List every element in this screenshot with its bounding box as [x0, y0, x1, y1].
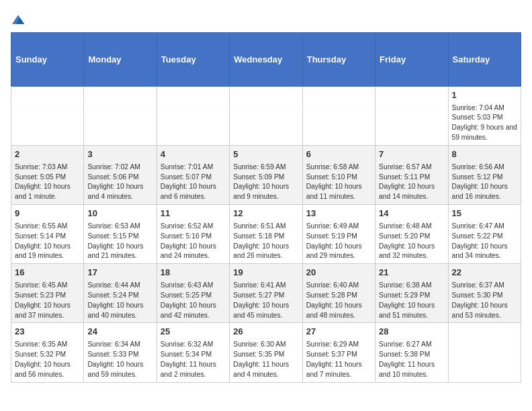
calendar-day-cell: 24Sunrise: 6:34 AM Sunset: 5:33 PM Dayli…: [84, 323, 157, 382]
calendar-week-row: 2Sunrise: 7:03 AM Sunset: 5:05 PM Daylig…: [11, 146, 521, 205]
calendar-day-cell: 3Sunrise: 7:02 AM Sunset: 5:06 PM Daylig…: [84, 146, 157, 205]
calendar-day-cell: 27Sunrise: 6:29 AM Sunset: 5:37 PM Dayli…: [302, 323, 375, 382]
day-number: 5: [233, 148, 298, 161]
day-number: 7: [379, 148, 444, 161]
weekday-header: Friday: [375, 33, 448, 87]
day-info: Sunrise: 6:35 AM Sunset: 5:32 PM Dayligh…: [15, 340, 71, 378]
day-info: Sunrise: 6:59 AM Sunset: 5:09 PM Dayligh…: [233, 163, 289, 201]
day-number: 16: [15, 267, 80, 279]
calendar-day-cell: 25Sunrise: 6:32 AM Sunset: 5:34 PM Dayli…: [157, 323, 229, 382]
day-number: 1: [452, 89, 517, 101]
day-info: Sunrise: 6:34 AM Sunset: 5:33 PM Dayligh…: [87, 340, 143, 378]
day-number: 3: [87, 148, 152, 161]
calendar-day-cell: 23Sunrise: 6:35 AM Sunset: 5:32 PM Dayli…: [11, 323, 84, 382]
calendar-day-cell: 18Sunrise: 6:43 AM Sunset: 5:25 PM Dayli…: [157, 264, 229, 323]
calendar-day-cell: 15Sunrise: 6:47 AM Sunset: 5:22 PM Dayli…: [448, 205, 521, 264]
day-number: 14: [379, 208, 444, 220]
day-info: Sunrise: 7:03 AM Sunset: 5:05 PM Dayligh…: [15, 163, 71, 201]
calendar-day-cell: 28Sunrise: 6:27 AM Sunset: 5:38 PM Dayli…: [375, 323, 448, 382]
calendar-day-cell: [230, 87, 302, 146]
day-number: 10: [87, 208, 152, 220]
calendar-day-cell: [375, 87, 448, 146]
day-number: 22: [452, 267, 517, 279]
day-number: 6: [306, 148, 371, 161]
day-info: Sunrise: 6:48 AM Sunset: 5:20 PM Dayligh…: [379, 222, 435, 260]
day-number: 26: [233, 326, 298, 338]
calendar-day-cell: 5Sunrise: 6:59 AM Sunset: 5:09 PM Daylig…: [230, 146, 302, 205]
day-number: 28: [379, 326, 444, 338]
calendar-day-cell: [84, 87, 157, 146]
calendar-week-row: 1Sunrise: 7:04 AM Sunset: 5:03 PM Daylig…: [11, 87, 521, 146]
day-number: 12: [233, 208, 298, 220]
day-info: Sunrise: 6:47 AM Sunset: 5:22 PM Dayligh…: [452, 222, 508, 260]
day-info: Sunrise: 6:55 AM Sunset: 5:14 PM Dayligh…: [15, 222, 71, 260]
day-number: 20: [306, 267, 371, 279]
day-info: Sunrise: 6:51 AM Sunset: 5:18 PM Dayligh…: [233, 222, 289, 260]
calendar-day-cell: 21Sunrise: 6:38 AM Sunset: 5:29 PM Dayli…: [375, 264, 448, 323]
logo: [11, 11, 24, 24]
calendar-day-cell: 11Sunrise: 6:52 AM Sunset: 5:16 PM Dayli…: [157, 205, 229, 264]
calendar-header-row: SundayMondayTuesdayWednesdayThursdayFrid…: [11, 33, 521, 87]
day-info: Sunrise: 6:49 AM Sunset: 5:19 PM Dayligh…: [306, 222, 362, 260]
calendar-day-cell: 8Sunrise: 6:56 AM Sunset: 5:12 PM Daylig…: [448, 146, 521, 205]
calendar-day-cell: 13Sunrise: 6:49 AM Sunset: 5:19 PM Dayli…: [302, 205, 375, 264]
calendar-day-cell: 4Sunrise: 7:01 AM Sunset: 5:07 PM Daylig…: [157, 146, 229, 205]
day-info: Sunrise: 6:43 AM Sunset: 5:25 PM Dayligh…: [161, 281, 216, 319]
day-number: 17: [87, 267, 152, 279]
day-info: Sunrise: 6:27 AM Sunset: 5:38 PM Dayligh…: [379, 340, 435, 378]
calendar-day-cell: [302, 87, 375, 146]
day-number: 23: [15, 326, 80, 338]
calendar-day-cell: [11, 87, 84, 146]
calendar-day-cell: 20Sunrise: 6:40 AM Sunset: 5:28 PM Dayli…: [302, 264, 375, 323]
day-info: Sunrise: 6:32 AM Sunset: 5:34 PM Dayligh…: [161, 340, 216, 378]
calendar-week-row: 16Sunrise: 6:45 AM Sunset: 5:23 PM Dayli…: [11, 264, 521, 323]
weekday-header: Tuesday: [157, 33, 229, 87]
calendar-day-cell: [448, 323, 521, 382]
weekday-header: Wednesday: [230, 33, 302, 87]
day-number: 8: [452, 148, 517, 161]
day-number: 19: [233, 267, 298, 279]
day-number: 13: [306, 208, 371, 220]
calendar-day-cell: 9Sunrise: 6:55 AM Sunset: 5:14 PM Daylig…: [11, 205, 84, 264]
calendar-day-cell: 19Sunrise: 6:41 AM Sunset: 5:27 PM Dayli…: [230, 264, 302, 323]
day-info: Sunrise: 6:45 AM Sunset: 5:23 PM Dayligh…: [15, 281, 71, 319]
day-number: 11: [161, 208, 226, 220]
calendar-week-row: 23Sunrise: 6:35 AM Sunset: 5:32 PM Dayli…: [11, 323, 521, 382]
day-info: Sunrise: 6:40 AM Sunset: 5:28 PM Dayligh…: [306, 281, 362, 319]
day-number: 25: [161, 326, 226, 338]
day-info: Sunrise: 7:02 AM Sunset: 5:06 PM Dayligh…: [87, 163, 143, 201]
calendar-day-cell: 7Sunrise: 6:57 AM Sunset: 5:11 PM Daylig…: [375, 146, 448, 205]
day-info: Sunrise: 6:52 AM Sunset: 5:16 PM Dayligh…: [161, 222, 216, 260]
day-number: 21: [379, 267, 444, 279]
calendar-day-cell: 1Sunrise: 7:04 AM Sunset: 5:03 PM Daylig…: [448, 87, 521, 146]
calendar-day-cell: 2Sunrise: 7:03 AM Sunset: 5:05 PM Daylig…: [11, 146, 84, 205]
day-info: Sunrise: 7:04 AM Sunset: 5:03 PM Dayligh…: [452, 104, 517, 142]
day-number: 9: [15, 208, 80, 220]
day-info: Sunrise: 6:38 AM Sunset: 5:29 PM Dayligh…: [379, 281, 435, 319]
day-number: 24: [87, 326, 152, 338]
day-info: Sunrise: 6:57 AM Sunset: 5:11 PM Dayligh…: [379, 163, 435, 201]
calendar-week-row: 9Sunrise: 6:55 AM Sunset: 5:14 PM Daylig…: [11, 205, 521, 264]
calendar-table: SundayMondayTuesdayWednesdayThursdayFrid…: [11, 32, 521, 383]
weekday-header: Sunday: [11, 33, 84, 87]
page-header: [11, 11, 521, 24]
weekday-header: Monday: [84, 33, 157, 87]
weekday-header: Thursday: [302, 33, 375, 87]
calendar-day-cell: 14Sunrise: 6:48 AM Sunset: 5:20 PM Dayli…: [375, 205, 448, 264]
day-info: Sunrise: 6:29 AM Sunset: 5:37 PM Dayligh…: [306, 340, 362, 378]
calendar-day-cell: 17Sunrise: 6:44 AM Sunset: 5:24 PM Dayli…: [84, 264, 157, 323]
day-info: Sunrise: 6:37 AM Sunset: 5:30 PM Dayligh…: [452, 281, 508, 319]
day-number: 18: [161, 267, 226, 279]
day-number: 4: [161, 148, 226, 161]
day-info: Sunrise: 6:56 AM Sunset: 5:12 PM Dayligh…: [452, 163, 508, 201]
day-info: Sunrise: 6:41 AM Sunset: 5:27 PM Dayligh…: [233, 281, 289, 319]
calendar-day-cell: 10Sunrise: 6:53 AM Sunset: 5:15 PM Dayli…: [84, 205, 157, 264]
calendar-day-cell: 12Sunrise: 6:51 AM Sunset: 5:18 PM Dayli…: [230, 205, 302, 264]
day-info: Sunrise: 6:30 AM Sunset: 5:35 PM Dayligh…: [233, 340, 289, 378]
day-info: Sunrise: 6:44 AM Sunset: 5:24 PM Dayligh…: [87, 281, 143, 319]
weekday-header: Saturday: [448, 33, 521, 87]
day-info: Sunrise: 6:58 AM Sunset: 5:10 PM Dayligh…: [306, 163, 362, 201]
day-number: 27: [306, 326, 371, 338]
day-info: Sunrise: 6:53 AM Sunset: 5:15 PM Dayligh…: [87, 222, 143, 260]
calendar-day-cell: 26Sunrise: 6:30 AM Sunset: 5:35 PM Dayli…: [230, 323, 302, 382]
